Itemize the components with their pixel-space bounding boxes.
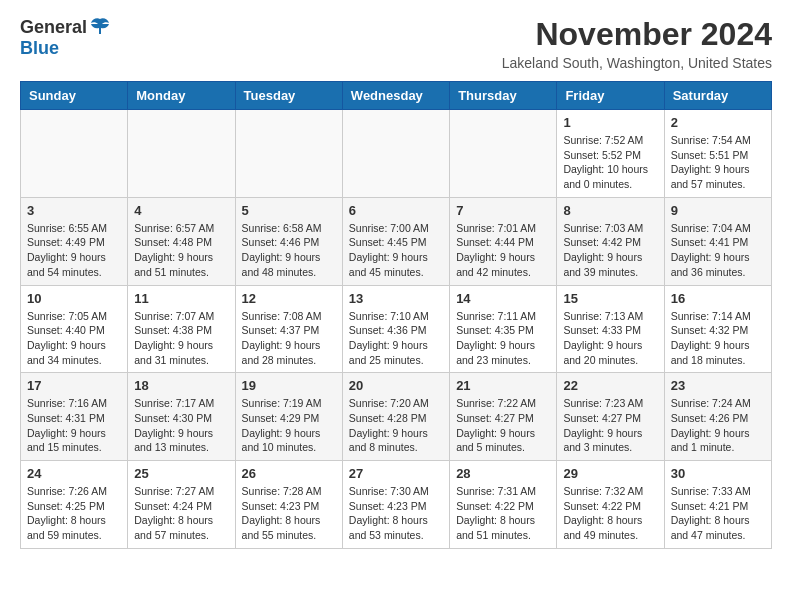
- table-row: 30Sunrise: 7:33 AM Sunset: 4:21 PM Dayli…: [664, 461, 771, 549]
- day-number: 12: [242, 291, 336, 306]
- day-number: 23: [671, 378, 765, 393]
- day-detail: Sunrise: 7:04 AM Sunset: 4:41 PM Dayligh…: [671, 221, 765, 280]
- day-number: 21: [456, 378, 550, 393]
- day-detail: Sunrise: 7:52 AM Sunset: 5:52 PM Dayligh…: [563, 133, 657, 192]
- day-number: 18: [134, 378, 228, 393]
- day-number: 22: [563, 378, 657, 393]
- table-row: 12Sunrise: 7:08 AM Sunset: 4:37 PM Dayli…: [235, 285, 342, 373]
- day-detail: Sunrise: 7:23 AM Sunset: 4:27 PM Dayligh…: [563, 396, 657, 455]
- day-detail: Sunrise: 7:30 AM Sunset: 4:23 PM Dayligh…: [349, 484, 443, 543]
- day-number: 28: [456, 466, 550, 481]
- day-detail: Sunrise: 7:31 AM Sunset: 4:22 PM Dayligh…: [456, 484, 550, 543]
- table-row: [235, 110, 342, 198]
- table-row: 23Sunrise: 7:24 AM Sunset: 4:26 PM Dayli…: [664, 373, 771, 461]
- day-detail: Sunrise: 7:19 AM Sunset: 4:29 PM Dayligh…: [242, 396, 336, 455]
- table-row: 9Sunrise: 7:04 AM Sunset: 4:41 PM Daylig…: [664, 197, 771, 285]
- day-number: 7: [456, 203, 550, 218]
- day-number: 13: [349, 291, 443, 306]
- day-number: 30: [671, 466, 765, 481]
- day-number: 2: [671, 115, 765, 130]
- header-sunday: Sunday: [21, 82, 128, 110]
- table-row: 17Sunrise: 7:16 AM Sunset: 4:31 PM Dayli…: [21, 373, 128, 461]
- table-row: 15Sunrise: 7:13 AM Sunset: 4:33 PM Dayli…: [557, 285, 664, 373]
- day-number: 25: [134, 466, 228, 481]
- day-number: 8: [563, 203, 657, 218]
- day-detail: Sunrise: 7:16 AM Sunset: 4:31 PM Dayligh…: [27, 396, 121, 455]
- logo-bird-icon: [89, 16, 111, 38]
- day-number: 3: [27, 203, 121, 218]
- day-number: 24: [27, 466, 121, 481]
- header-saturday: Saturday: [664, 82, 771, 110]
- table-row: 5Sunrise: 6:58 AM Sunset: 4:46 PM Daylig…: [235, 197, 342, 285]
- calendar-week-row: 10Sunrise: 7:05 AM Sunset: 4:40 PM Dayli…: [21, 285, 772, 373]
- day-number: 20: [349, 378, 443, 393]
- calendar-week-row: 1Sunrise: 7:52 AM Sunset: 5:52 PM Daylig…: [21, 110, 772, 198]
- table-row: 8Sunrise: 7:03 AM Sunset: 4:42 PM Daylig…: [557, 197, 664, 285]
- day-detail: Sunrise: 7:20 AM Sunset: 4:28 PM Dayligh…: [349, 396, 443, 455]
- day-detail: Sunrise: 7:03 AM Sunset: 4:42 PM Dayligh…: [563, 221, 657, 280]
- table-row: [342, 110, 449, 198]
- table-row: 21Sunrise: 7:22 AM Sunset: 4:27 PM Dayli…: [450, 373, 557, 461]
- day-detail: Sunrise: 7:13 AM Sunset: 4:33 PM Dayligh…: [563, 309, 657, 368]
- day-detail: Sunrise: 6:57 AM Sunset: 4:48 PM Dayligh…: [134, 221, 228, 280]
- day-number: 29: [563, 466, 657, 481]
- day-number: 6: [349, 203, 443, 218]
- day-detail: Sunrise: 7:07 AM Sunset: 4:38 PM Dayligh…: [134, 309, 228, 368]
- header-thursday: Thursday: [450, 82, 557, 110]
- calendar-header-row: Sunday Monday Tuesday Wednesday Thursday…: [21, 82, 772, 110]
- header-friday: Friday: [557, 82, 664, 110]
- day-detail: Sunrise: 7:54 AM Sunset: 5:51 PM Dayligh…: [671, 133, 765, 192]
- table-row: 22Sunrise: 7:23 AM Sunset: 4:27 PM Dayli…: [557, 373, 664, 461]
- table-row: 29Sunrise: 7:32 AM Sunset: 4:22 PM Dayli…: [557, 461, 664, 549]
- day-number: 9: [671, 203, 765, 218]
- table-row: 14Sunrise: 7:11 AM Sunset: 4:35 PM Dayli…: [450, 285, 557, 373]
- table-row: 11Sunrise: 7:07 AM Sunset: 4:38 PM Dayli…: [128, 285, 235, 373]
- day-detail: Sunrise: 7:17 AM Sunset: 4:30 PM Dayligh…: [134, 396, 228, 455]
- table-row: [21, 110, 128, 198]
- table-row: 4Sunrise: 6:57 AM Sunset: 4:48 PM Daylig…: [128, 197, 235, 285]
- day-number: 10: [27, 291, 121, 306]
- table-row: 18Sunrise: 7:17 AM Sunset: 4:30 PM Dayli…: [128, 373, 235, 461]
- table-row: 19Sunrise: 7:19 AM Sunset: 4:29 PM Dayli…: [235, 373, 342, 461]
- day-number: 5: [242, 203, 336, 218]
- day-number: 4: [134, 203, 228, 218]
- day-detail: Sunrise: 7:10 AM Sunset: 4:36 PM Dayligh…: [349, 309, 443, 368]
- day-number: 15: [563, 291, 657, 306]
- day-detail: Sunrise: 7:00 AM Sunset: 4:45 PM Dayligh…: [349, 221, 443, 280]
- day-number: 11: [134, 291, 228, 306]
- header-tuesday: Tuesday: [235, 82, 342, 110]
- calendar-week-row: 24Sunrise: 7:26 AM Sunset: 4:25 PM Dayli…: [21, 461, 772, 549]
- day-detail: Sunrise: 7:33 AM Sunset: 4:21 PM Dayligh…: [671, 484, 765, 543]
- logo: General Blue: [20, 16, 111, 59]
- day-detail: Sunrise: 7:11 AM Sunset: 4:35 PM Dayligh…: [456, 309, 550, 368]
- table-row: 10Sunrise: 7:05 AM Sunset: 4:40 PM Dayli…: [21, 285, 128, 373]
- calendar-week-row: 17Sunrise: 7:16 AM Sunset: 4:31 PM Dayli…: [21, 373, 772, 461]
- table-row: 7Sunrise: 7:01 AM Sunset: 4:44 PM Daylig…: [450, 197, 557, 285]
- page: General Blue November 2024 Lakeland Sout…: [0, 0, 792, 559]
- calendar-week-row: 3Sunrise: 6:55 AM Sunset: 4:49 PM Daylig…: [21, 197, 772, 285]
- day-detail: Sunrise: 6:58 AM Sunset: 4:46 PM Dayligh…: [242, 221, 336, 280]
- table-row: 1Sunrise: 7:52 AM Sunset: 5:52 PM Daylig…: [557, 110, 664, 198]
- title-block: November 2024 Lakeland South, Washington…: [502, 16, 772, 71]
- table-row: 28Sunrise: 7:31 AM Sunset: 4:22 PM Dayli…: [450, 461, 557, 549]
- day-number: 19: [242, 378, 336, 393]
- day-number: 27: [349, 466, 443, 481]
- day-detail: Sunrise: 7:22 AM Sunset: 4:27 PM Dayligh…: [456, 396, 550, 455]
- header: General Blue November 2024 Lakeland Sout…: [20, 16, 772, 71]
- header-monday: Monday: [128, 82, 235, 110]
- day-number: 1: [563, 115, 657, 130]
- table-row: 16Sunrise: 7:14 AM Sunset: 4:32 PM Dayli…: [664, 285, 771, 373]
- day-detail: Sunrise: 7:32 AM Sunset: 4:22 PM Dayligh…: [563, 484, 657, 543]
- day-number: 16: [671, 291, 765, 306]
- logo-blue-text: Blue: [20, 38, 59, 59]
- table-row: [450, 110, 557, 198]
- day-detail: Sunrise: 7:28 AM Sunset: 4:23 PM Dayligh…: [242, 484, 336, 543]
- day-detail: Sunrise: 7:14 AM Sunset: 4:32 PM Dayligh…: [671, 309, 765, 368]
- logo-general-text: General: [20, 17, 87, 38]
- table-row: 26Sunrise: 7:28 AM Sunset: 4:23 PM Dayli…: [235, 461, 342, 549]
- table-row: 27Sunrise: 7:30 AM Sunset: 4:23 PM Dayli…: [342, 461, 449, 549]
- table-row: 3Sunrise: 6:55 AM Sunset: 4:49 PM Daylig…: [21, 197, 128, 285]
- table-row: [128, 110, 235, 198]
- header-wednesday: Wednesday: [342, 82, 449, 110]
- day-number: 26: [242, 466, 336, 481]
